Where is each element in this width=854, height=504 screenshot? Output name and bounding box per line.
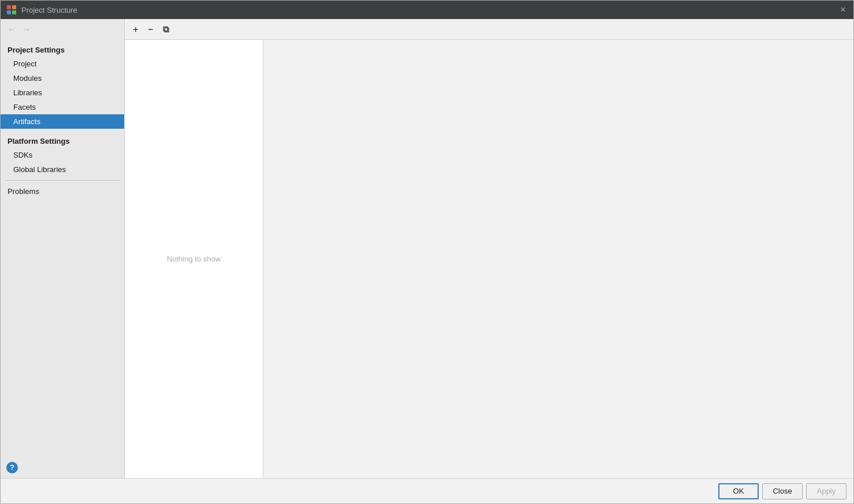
nothing-to-show-label: Nothing to show [167, 255, 221, 263]
sidebar-item-global-libraries[interactable]: Global Libraries [1, 162, 124, 177]
content-area: + − ⧉ Nothing to show [125, 19, 853, 478]
title-bar-left: Project Structure [6, 5, 77, 15]
add-artifact-button[interactable]: + [129, 23, 142, 36]
bottom-bar: OK Close Apply [1, 478, 853, 503]
close-icon[interactable]: × [838, 5, 848, 14]
artifact-list-panel: Nothing to show [125, 40, 263, 478]
sidebar-item-sdks[interactable]: SDKs [1, 148, 124, 162]
sidebar-item-facets[interactable]: Facets [1, 100, 124, 114]
split-container: Nothing to show [125, 40, 853, 478]
help-button[interactable]: ? [6, 462, 18, 473]
apply-button[interactable]: Apply [806, 483, 846, 499]
sidebar-nav: Project Settings Project Modules Librari… [1, 40, 124, 457]
sidebar-item-libraries[interactable]: Libraries [1, 85, 124, 100]
artifacts-toolbar: + − ⧉ [125, 19, 853, 40]
sidebar: ← → Project Settings Project Modules Lib… [1, 19, 125, 478]
dialog-title: Project Structure [21, 6, 77, 14]
nav-controls: ← → [1, 19, 124, 40]
title-bar: Project Structure × [1, 1, 853, 19]
sidebar-item-project[interactable]: Project [1, 57, 124, 71]
sidebar-item-artifacts[interactable]: Artifacts [1, 114, 124, 129]
artifact-details-panel [263, 40, 853, 478]
ok-button[interactable]: OK [718, 483, 759, 499]
platform-settings-header: Platform Settings [1, 133, 124, 148]
project-settings-header: Project Settings [1, 42, 124, 57]
divider [5, 180, 120, 181]
app-icon [6, 5, 17, 15]
close-button[interactable]: Close [762, 483, 803, 499]
copy-artifact-button[interactable]: ⧉ [159, 23, 172, 36]
sidebar-item-problems[interactable]: Problems [1, 184, 124, 199]
svg-rect-2 [7, 10, 11, 14]
project-structure-dialog: Project Structure × ← → Project Settings… [0, 0, 854, 504]
back-button[interactable]: ← [5, 23, 18, 36]
remove-artifact-button[interactable]: − [144, 23, 157, 36]
sidebar-item-modules[interactable]: Modules [1, 71, 124, 85]
svg-rect-1 [12, 5, 16, 9]
help-area: ? [1, 457, 124, 478]
forward-button[interactable]: → [20, 23, 33, 36]
main-content: ← → Project Settings Project Modules Lib… [1, 19, 853, 478]
svg-rect-3 [12, 10, 16, 14]
svg-rect-0 [7, 5, 11, 9]
